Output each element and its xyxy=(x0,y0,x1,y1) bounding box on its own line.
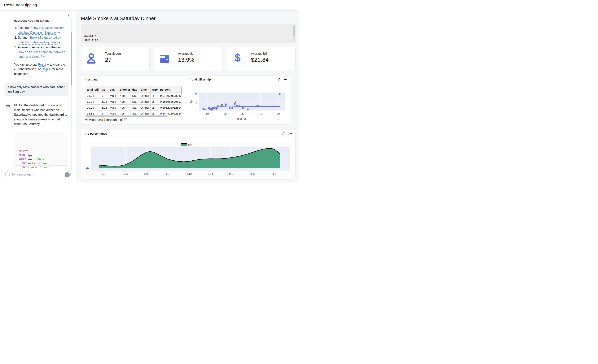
sparkle-icon[interactable]: ✦ xyxy=(58,30,60,35)
sql-scrollbar-thumb[interactable] xyxy=(293,25,295,37)
sparkle-icon[interactable]: ✦ xyxy=(58,40,60,45)
suggestion-prefix: Sorting: xyxy=(18,36,29,39)
page-title: Male Smokers at Saturday Dinner xyxy=(81,16,156,21)
svg-text:tip: tip xyxy=(190,100,193,103)
more-menu-icon[interactable]: ••• xyxy=(284,77,288,82)
suggestion-item: Answer questions about the data: How do … xyxy=(18,45,66,59)
message-input[interactable] xyxy=(8,171,62,178)
svg-text:40: 40 xyxy=(259,113,262,115)
sql-query-text: SELECT * FROM tips WHERE sex = 'Male' AN… xyxy=(83,34,293,43)
sparkle-icon[interactable]: ✦ xyxy=(47,62,49,67)
copy-icon[interactable] xyxy=(62,134,66,138)
table-cell: Male xyxy=(108,93,118,99)
column-header[interactable]: time xyxy=(139,86,150,93)
ai-sparkles-icon[interactable]: ✦✦✦ xyxy=(277,77,281,82)
column-header[interactable]: smoker xyxy=(118,86,131,93)
assistant-sql-code-block: SELECT * FROM tips WHERE sex = 'Male' AN… xyxy=(14,132,68,166)
table-row: 13.812MaleYesSatDinner20.144822592324402… xyxy=(85,111,183,115)
sidebar-scrollbar-thumb[interactable] xyxy=(71,32,72,85)
tips-card-header: Tips data xyxy=(81,76,186,83)
sql-scrollbar[interactable] xyxy=(293,25,295,41)
table-row: 20.293.21MaleYesSatDinner20.158206012814… xyxy=(85,105,183,111)
svg-text:total_bill: total_bill xyxy=(237,117,247,120)
tips-data-card: Tips data total_billtipsexsmokerdaytimes… xyxy=(81,75,186,125)
suggestion-prefix: Answer questions about the data: xyxy=(18,46,63,49)
stat-value: $21.84 xyxy=(251,57,269,63)
usage-text: You can also say xyxy=(14,63,38,66)
user-message-bubble: Show only Male smokers who had Dinner on… xyxy=(5,83,68,96)
table-row-count-caption: Viewing rows 1 through 4 of 27 xyxy=(85,118,127,121)
density-plot[interactable]: SatSat0.040.060.080.10.120.140.160.180.2 xyxy=(81,138,296,179)
stat-value: 27 xyxy=(105,57,122,63)
stat-label: Average tip xyxy=(178,52,194,56)
table-cell: 1.76 xyxy=(100,99,108,105)
suggestion-link-question[interactable]: How do tip sizes compare between lunch a… xyxy=(18,50,65,58)
sparkle-icon[interactable]: ✦ xyxy=(43,55,45,59)
column-header[interactable]: sex xyxy=(108,86,118,93)
table-cell: Yes xyxy=(118,105,131,111)
column-header[interactable]: percent xyxy=(158,86,183,93)
density-chart-card: Tip percentages ✦✦✦ ••• SatSat0.040.060.… xyxy=(81,129,296,179)
stat-cards-row: Total tippers 27 Average tip 13.9% xyxy=(81,47,296,71)
svg-text:0.08: 0.08 xyxy=(144,172,149,175)
table-cell: Yes xyxy=(118,99,131,105)
table-cell: Sat xyxy=(131,99,139,105)
column-header[interactable]: day xyxy=(131,86,139,93)
suggestion-list: Filtering: Show only Male smokers who ha… xyxy=(18,26,66,59)
table-cell: Dinner xyxy=(139,111,150,115)
chat-transcript: questions you can ask me. Filtering: Sho… xyxy=(0,10,71,169)
dashboard-main: Male Smokers at Saturday Dinner SELECT *… xyxy=(76,10,299,182)
send-button[interactable]: ↑ xyxy=(65,172,70,177)
table-cell: 2 xyxy=(150,111,158,115)
message-input-container: ↑ xyxy=(5,171,71,178)
svg-text:Sat: Sat xyxy=(85,166,90,169)
table-horizontal-scrollbar[interactable] xyxy=(85,115,182,117)
stat-label: Total tippers xyxy=(105,52,122,56)
table-row: 38.013MaleYesSatDinner40.078926598263614… xyxy=(85,93,183,99)
table-horizontal-scrollbar-thumb[interactable] xyxy=(85,115,167,117)
assistant-message-text: I'll filter the dashboard to show only m… xyxy=(14,103,68,127)
svg-text:0.2: 0.2 xyxy=(272,172,276,175)
svg-text:0.04: 0.04 xyxy=(102,172,107,175)
suggestion-item: Sorting: Show all data sorted by total_b… xyxy=(18,35,66,45)
svg-text:0.16: 0.16 xyxy=(229,172,234,175)
dashboard-sql-query-box[interactable]: SELECT * FROM tips WHERE sex = 'Male' AN… xyxy=(81,24,296,43)
column-header[interactable]: total_bill xyxy=(85,86,100,93)
table-cell: Dinner xyxy=(139,93,150,99)
column-header[interactable]: size xyxy=(150,86,158,93)
stat-card-average-tip: Average tip 13.9% xyxy=(154,47,223,71)
scatter-card-title: Total bill vs. tip xyxy=(190,78,211,81)
sidebar-scrollbar[interactable] xyxy=(71,18,72,169)
suggestion-item: Filtering: Show only Male smokers who ha… xyxy=(18,26,66,35)
stat-value: 13.9% xyxy=(178,57,194,63)
column-header[interactable]: tip xyxy=(100,86,108,93)
more-menu-icon[interactable]: ••• xyxy=(289,131,293,136)
table-cell: Sat xyxy=(131,93,139,99)
assistant-intro-cut-text: questions you can ask me. xyxy=(14,18,68,23)
table-cell: 4 xyxy=(150,93,158,99)
table-cell: Male xyxy=(108,99,118,105)
sql-code-text: SELECT * FROM tips WHERE sex = 'Male' AN… xyxy=(19,149,66,169)
person-icon xyxy=(86,53,96,65)
svg-text:30: 30 xyxy=(241,113,244,115)
table-vertical-scrollbar[interactable] xyxy=(181,87,182,114)
ai-sparkles-icon[interactable]: ✦✦✦ xyxy=(281,131,285,136)
sparkle-icon[interactable]: ✦ xyxy=(48,67,51,72)
table-cell: 0.07892659826361484 xyxy=(158,93,183,99)
tips-table-viewport[interactable]: total_billtipsexsmokerdaytimesizepercent… xyxy=(85,86,182,115)
table-cell: 20.29 xyxy=(85,105,100,111)
assistant-message-row: I'll filter the dashboard to show only m… xyxy=(5,103,68,127)
table-cell: Sat xyxy=(131,105,139,111)
table-cell: Dinner xyxy=(139,105,150,111)
reset-link[interactable]: Reset xyxy=(38,63,46,66)
table-cell: 38.01 xyxy=(85,93,100,99)
svg-text:5: 5 xyxy=(196,102,197,104)
table-cell: 3.21 xyxy=(100,105,108,111)
svg-text:10: 10 xyxy=(195,93,197,96)
table-row: 11.241.76MaleYesSatDinner20.156583629893… xyxy=(85,99,183,105)
table-vertical-scrollbar-thumb[interactable] xyxy=(181,87,182,95)
svg-text:50: 50 xyxy=(277,113,280,115)
help-link[interactable]: Help xyxy=(42,67,48,71)
table-cell: 13.81 xyxy=(85,111,100,115)
scatter-plot[interactable]: 5101020304050tiptotal_bill xyxy=(186,83,291,126)
